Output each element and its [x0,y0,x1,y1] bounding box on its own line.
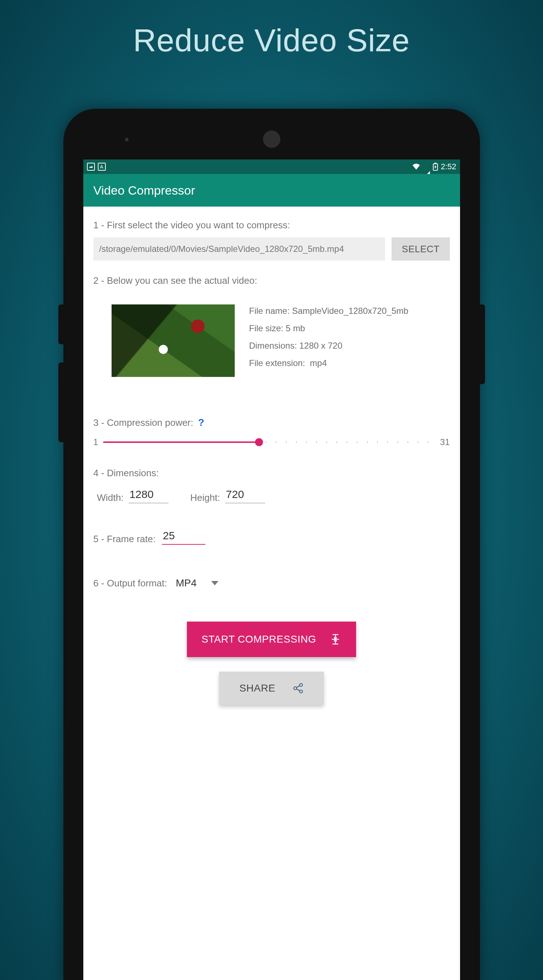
height-label: Height: [190,492,220,503]
step1-label: 1 - First select the video you want to c… [94,220,450,231]
svg-rect-0 [89,165,93,169]
svg-point-3 [300,684,302,686]
dropdown-value: MP4 [176,578,197,589]
app-bar: Video Compressor [83,174,460,207]
phone-screen: A 2:52 Video Compressor 1 - First select… [83,159,460,980]
step3-label: 3 - Compression power: ? [94,417,450,428]
chevron-down-icon [211,581,218,585]
meta-filesize: 5 mb [286,323,305,333]
video-metadata: File name: SampleVideo_1280x720_5mb File… [249,304,409,377]
framerate-input[interactable] [162,529,205,545]
svg-line-7 [297,689,300,691]
signal-icon [424,162,430,172]
phone-side-button [58,304,64,344]
width-input[interactable] [129,487,168,503]
wifi-icon [412,163,421,170]
share-label: SHARE [240,682,275,694]
select-button[interactable]: SELECT [392,237,449,261]
phone-side-button [58,363,64,442]
app-notification-icon: A [98,163,106,171]
app-content: 1 - First select the video you want to c… [83,207,460,980]
meta-dimensions: 1280 x 720 [299,341,342,350]
output-format-dropdown[interactable]: MP4 [176,578,218,589]
share-button[interactable]: SHARE [219,671,324,705]
image-icon [87,163,95,171]
svg-point-4 [294,687,297,690]
step6-label: 6 - Output format: [94,578,167,589]
slider-thumb[interactable] [255,438,263,446]
help-icon[interactable]: ? [198,417,204,428]
file-path-input[interactable] [94,237,386,261]
compress-icon [329,633,341,646]
slider-min: 1 [94,437,98,447]
start-label: START COMPRESSING [202,633,316,645]
battery-icon [433,163,438,171]
video-thumbnail[interactable] [111,304,235,377]
meta-filename: SampleVideo_1280x720_5mb [292,306,408,316]
phone-side-button [480,304,485,384]
step4-label: 4 - Dimensions: [94,468,450,479]
slider-max: 31 [440,437,450,447]
phone-frame: A 2:52 Video Compressor 1 - First select… [64,109,480,980]
height-input[interactable] [225,487,265,503]
meta-extension: mp4 [310,358,327,368]
svg-point-5 [300,690,302,693]
step2-label: 2 - Below you can see the actual video: [94,275,450,286]
width-label: Width: [97,492,124,503]
step5-label: 5 - Frame rate: [94,533,156,545]
status-bar: A 2:52 [83,159,460,174]
svg-line-6 [297,686,300,687]
compression-slider[interactable] [103,435,435,449]
start-compressing-button[interactable]: START COMPRESSING [187,622,356,657]
status-time: 2:52 [441,162,456,172]
app-title: Video Compressor [94,183,195,197]
slider-fill [103,441,259,443]
promo-title: Reduce Video Size [0,0,543,59]
share-icon [293,683,303,694]
svg-rect-2 [434,163,437,164]
